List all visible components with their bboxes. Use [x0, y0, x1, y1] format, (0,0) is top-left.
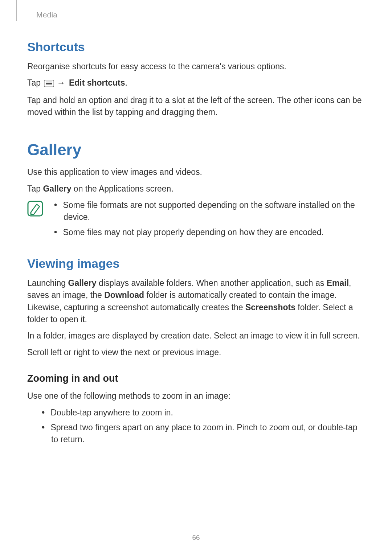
viewing-heading: Viewing images [27, 257, 365, 271]
viewing-para1: Launching Gallery displays available fol… [27, 277, 365, 325]
shortcuts-heading: Shortcuts [27, 40, 365, 54]
page-container: Media Shortcuts Reorganise shortcuts for… [0, 0, 392, 554]
svg-rect-4 [28, 201, 42, 216]
note-item: Some files may not play properly dependi… [54, 226, 365, 238]
text-part: Launching [27, 278, 68, 288]
page-number: 66 [0, 534, 392, 542]
gallery-intro: Use this application to view images and … [27, 166, 365, 178]
menu-icon [44, 78, 54, 90]
viewing-para2: In a folder, images are displayed by cre… [27, 330, 365, 342]
email-bold: Email [327, 278, 349, 288]
edit-shortcuts-label: Edit shortcuts [69, 78, 125, 87]
gallery-heading: Gallery [27, 141, 365, 159]
note-block: Some file formats are not supported depe… [27, 199, 365, 241]
gallery-bold: Gallery [68, 278, 97, 288]
arrow-icon: → [57, 77, 65, 89]
zoom-heading: Zooming in and out [27, 373, 365, 384]
gallery-bold: Gallery [43, 184, 71, 193]
zoom-bullet-item: Spread two fingers apart on any place to… [42, 422, 365, 446]
tap-suffix: on the Applications screen. [71, 184, 173, 193]
page-header: Media [27, 13, 365, 20]
tap-prefix: Tap [27, 78, 43, 87]
note-list: Some file formats are not supported depe… [54, 199, 365, 241]
section-breadcrumb: Media [36, 11, 57, 19]
viewing-para3: Scroll left or right to view the next or… [27, 346, 365, 358]
zoom-bullets: Double-tap anywhere to zoom in. Spread t… [42, 407, 365, 446]
screenshots-bold: Screenshots [245, 303, 295, 312]
shortcuts-intro: Reorganise shortcuts for easy access to … [27, 61, 365, 73]
text-part: displays available folders. When another… [97, 278, 327, 288]
tap-prefix: Tap [27, 184, 43, 193]
note-item: Some file formats are not supported depe… [54, 199, 365, 223]
period: . [125, 78, 127, 87]
shortcuts-tap-line: Tap → Edit shortcuts. [27, 77, 365, 90]
zoom-intro: Use one of the following methods to zoom… [27, 390, 365, 402]
download-bold: Download [104, 290, 144, 300]
note-icon [27, 201, 43, 218]
shortcuts-drag-text: Tap and hold an option and drag it to a … [27, 94, 365, 119]
gallery-tap-line: Tap Gallery on the Applications screen. [27, 183, 365, 195]
header-divider [16, 0, 17, 21]
zoom-bullet-item: Double-tap anywhere to zoom in. [42, 407, 365, 419]
